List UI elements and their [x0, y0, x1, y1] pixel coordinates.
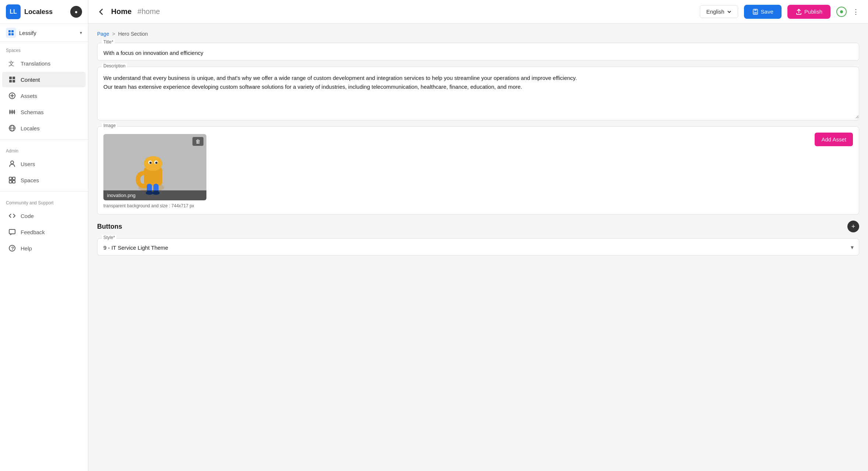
publish-label: Publish [804, 8, 822, 15]
page-id: #home [138, 7, 160, 16]
locales-icon [8, 124, 16, 132]
status-indicator [836, 7, 847, 17]
image-section-inner: Add Asset [98, 127, 859, 214]
svg-point-20 [11, 161, 14, 164]
buttons-title: Buttons [97, 223, 122, 231]
title-input[interactable] [98, 43, 859, 60]
code-icon [8, 212, 16, 220]
workspace-chevron-icon: ▾ [80, 30, 82, 35]
content-area: Page > Hero Section Title* Description I… [88, 24, 868, 471]
svg-rect-5 [9, 77, 12, 79]
sidebar-item-label: Translations [21, 60, 50, 67]
save-label: Save [761, 8, 773, 15]
topbar: Home #home English Save Publish ⋮ [88, 0, 868, 24]
sidebar: LL Localess ● Lessify ▾ Spaces 文 Transla… [0, 0, 88, 471]
breadcrumb: Page > Hero Section [97, 31, 859, 37]
feedback-icon [8, 228, 16, 236]
title-field-container: Title* [97, 43, 859, 61]
svg-point-31 [840, 10, 843, 13]
sidebar-item-label: Assets [21, 93, 37, 99]
main-area: Home #home English Save Publish ⋮ Page >… [88, 0, 868, 471]
title-field-label: Title* [102, 39, 115, 45]
image-filename: inovation.png [103, 190, 206, 200]
style-select[interactable]: 9 - IT Service Light Theme 1 - Default T… [98, 239, 859, 255]
sidebar-item-label: Content [21, 77, 40, 83]
workspace-selector[interactable]: Lessify ▾ [0, 24, 88, 42]
sidebar-item-label: Help [21, 245, 32, 252]
image-info: transparent background and size : 744x71… [103, 203, 853, 208]
svg-rect-25 [9, 229, 15, 234]
help-icon: ? [8, 244, 16, 252]
publish-button[interactable]: Publish [787, 5, 830, 19]
svg-rect-21 [9, 177, 12, 180]
svg-rect-2 [8, 33, 11, 35]
svg-text:?: ? [11, 246, 14, 251]
breadcrumb-current: Hero Section [118, 31, 148, 37]
buttons-header: Buttons + [97, 221, 859, 232]
svg-rect-24 [13, 180, 15, 183]
workspace-icon [6, 28, 16, 38]
add-asset-button[interactable]: Add Asset [815, 133, 853, 146]
sidebar-item-label: Code [21, 213, 34, 219]
description-field-label: Description [102, 63, 127, 68]
users-icon [8, 160, 16, 168]
schemas-icon [8, 108, 16, 116]
image-field-label: Image [102, 123, 117, 128]
sidebar-item-content[interactable]: Content [2, 72, 86, 87]
save-button[interactable]: Save [744, 5, 782, 19]
admin-section-label: Admin [0, 143, 88, 156]
svg-rect-30 [754, 12, 757, 14]
svg-rect-6 [13, 77, 15, 79]
svg-text:文: 文 [8, 60, 14, 67]
sidebar-item-label: Locales [21, 125, 40, 131]
sidebar-header: LL Localess ● [0, 0, 88, 24]
image-robot-svg [129, 140, 181, 195]
back-button[interactable] [97, 8, 105, 16]
svg-point-42 [155, 162, 157, 164]
sidebar-item-assets[interactable]: Assets [2, 88, 86, 103]
svg-rect-1 [11, 30, 14, 32]
language-label: English [706, 8, 724, 15]
sidebar-item-schemas[interactable]: Schemas [2, 104, 86, 120]
svg-point-34 [144, 156, 162, 171]
sidebar-divider-2 [0, 191, 88, 191]
sidebar-item-help[interactable]: ? Help [2, 240, 86, 256]
description-field-container: Description [97, 67, 859, 120]
app-name: Localess [24, 8, 67, 16]
svg-rect-7 [9, 80, 12, 82]
sidebar-item-label: Feedback [21, 229, 45, 235]
sidebar-item-label: Users [21, 161, 35, 167]
language-selector[interactable]: English [700, 5, 738, 18]
app-logo: LL [6, 4, 21, 19]
avatar[interactable]: ● [70, 6, 82, 18]
page-title: Home [111, 7, 132, 16]
sidebar-item-spaces[interactable]: Spaces [2, 172, 86, 188]
sidebar-divider [0, 139, 88, 140]
sidebar-item-code[interactable]: Code [2, 208, 86, 224]
svg-rect-3 [11, 33, 14, 35]
spaces-section-label: Spaces [0, 42, 88, 55]
image-preview: 🗑 inovation.png [103, 134, 206, 200]
image-section: Image Add Asset [97, 126, 859, 215]
content-icon [8, 75, 16, 84]
add-button-circle[interactable]: + [847, 221, 859, 232]
sidebar-item-label: Schemas [21, 109, 44, 115]
description-textarea[interactable] [98, 67, 859, 119]
svg-point-41 [149, 162, 152, 164]
workspace-name: Lessify [19, 30, 77, 36]
community-section-label: Community and Support [0, 194, 88, 208]
more-options-button[interactable]: ⋮ [853, 8, 859, 16]
sidebar-item-feedback[interactable]: Feedback [2, 224, 86, 240]
sidebar-item-translations[interactable]: 文 Translations [2, 56, 86, 71]
sidebar-item-locales[interactable]: Locales [2, 120, 86, 136]
svg-rect-23 [9, 180, 12, 183]
style-field-label: Style* [102, 235, 116, 240]
sidebar-item-users[interactable]: Users [2, 156, 86, 172]
svg-rect-29 [754, 9, 757, 11]
svg-rect-22 [13, 177, 15, 180]
image-delete-button[interactable]: 🗑 [192, 137, 203, 146]
breadcrumb-page-link[interactable]: Page [97, 31, 109, 37]
buttons-section: Buttons + [97, 221, 859, 232]
breadcrumb-separator: > [112, 31, 115, 37]
style-field-container: Style* 9 - IT Service Light Theme 1 - De… [97, 238, 859, 256]
